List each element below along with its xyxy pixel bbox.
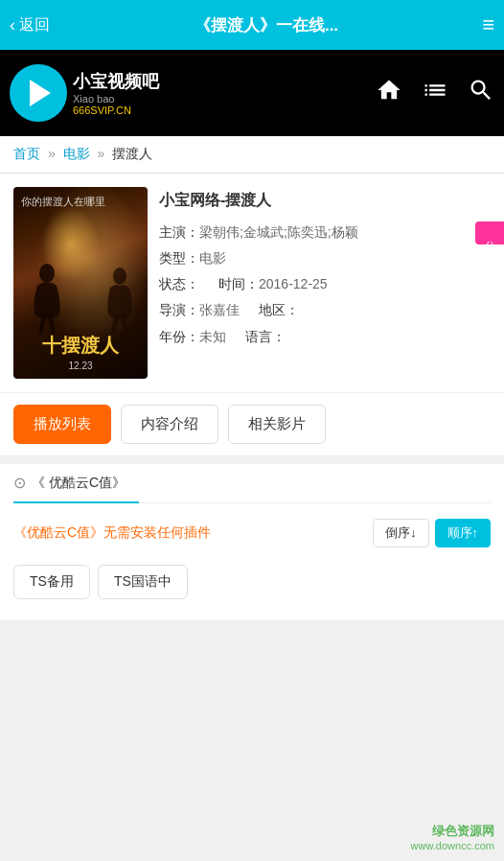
status-time-row: 状态： 时间： 2016-12-25 [159,272,491,296]
poster-figure-right [99,267,142,338]
logo-text: 小宝视频吧 Xiao bao 666SVIP.CN [73,70,159,116]
playlist-section: ⊙ 《 优酷云C值》 《优酷云C值》无需安装任何插件 倒序↓ 顺序↑ TS备用 … [0,464,504,620]
back-button[interactable]: ‹ 返回 [10,15,67,35]
cast-value: 梁朝伟;金城武;陈奕迅;杨颖 [199,221,358,244]
list-icon [422,77,448,104]
breadcrumb-category-link[interactable]: 电影 [63,146,90,161]
watermark-site: 绿色资源网 [411,823,494,840]
poster-figure-left [23,262,71,338]
footer-watermark: 绿色资源网 www.downcc.com [411,823,494,851]
home-nav-button[interactable] [376,77,402,110]
play-circle-icon: ⊙ [13,474,26,492]
logo-sub-text: Xiao bao [73,93,159,105]
time-label: 时间： [218,272,259,296]
year-language-row: 年份： 未知 语言： [159,325,491,349]
back-arrow-icon: ‹ [10,15,15,35]
year-value: 未知 [199,325,226,349]
share-button[interactable]: 分享 [475,221,504,244]
director-label: 导演： [159,298,199,322]
movie-info-section: 你的摆渡人在哪里 十摆渡人 12.23 小宝网络-摆渡人 主演： 梁朝伟;金城武… [0,174,504,393]
type-label: 类型： [159,246,199,270]
type-row: 类型： 电影 [159,246,491,270]
header-title: 《摆渡人》一在线... [67,14,466,36]
play-triangle-icon [30,80,51,106]
time-value: 2016-12-25 [259,272,328,296]
episode-grid: TS备用 TS国语中 [13,557,491,607]
playlist-tab-row: ⊙ 《 优酷云C值》 [13,464,491,503]
director-value: 张嘉佳 [199,298,240,322]
episode-button-0[interactable]: TS备用 [13,565,90,599]
poster-title-text: 十摆渡人 [13,333,148,359]
breadcrumb-sep1: » [48,146,56,161]
director-region-row: 导演： 张嘉佳 地区： [159,298,491,322]
svg-point-0 [39,264,55,283]
poster-bottom-area: 十摆渡人 12.23 [13,333,148,371]
source-row: 《优酷云C值》无需安装任何插件 倒序↓ 顺序↑ [13,513,491,557]
list-nav-button[interactable] [422,77,448,110]
sort-asc-button[interactable]: 顺序↑ [435,519,492,547]
tab-intro-button[interactable]: 内容介绍 [121,405,218,444]
poster-chinese-text: 你的摆渡人在哪里 [21,195,140,209]
tab-playlist-button[interactable]: 播放列表 [13,405,111,444]
movie-metadata: 小宝网络-摆渡人 主演： 梁朝伟;金城武;陈奕迅;杨颖 类型： 电影 状态： 时… [159,187,491,379]
breadcrumb-sep2: » [97,146,104,161]
playlist-tab-label: 《 优酷云C值》 [32,475,126,492]
poster-date-text: 12.23 [13,361,148,371]
banner-area: 小宝视频吧 Xiao bao 666SVIP.CN [0,50,504,136]
status-label: 状态： [159,272,199,296]
sort-desc-button[interactable]: 倒序↓ [373,519,429,547]
svg-point-1 [113,268,126,285]
banner-logo: 小宝视频吧 Xiao bao 666SVIP.CN [10,64,159,122]
region-label: 地区： [259,298,299,322]
search-icon [468,77,494,104]
logo-main-text: 小宝视频吧 [73,70,159,93]
playlist-tab-item[interactable]: ⊙ 《 优酷云C值》 [13,464,139,503]
back-label: 返回 [19,15,50,35]
sort-buttons: 倒序↓ 顺序↑ [373,519,491,547]
banner-nav [376,77,494,110]
language-label: 语言： [245,325,286,349]
menu-button[interactable]: ≡ [466,12,494,37]
movie-poster: 你的摆渡人在哪里 十摆渡人 12.23 [13,187,148,379]
logo-icon [10,64,67,122]
tab-buttons-row: 播放列表 内容介绍 相关影片 [0,393,504,456]
home-icon [376,77,402,104]
hamburger-icon: ≡ [482,12,494,36]
source-name-text: 《优酷云C值》无需安装任何插件 [13,524,211,542]
poster-top-text: 你的摆渡人在哪里 [21,196,105,207]
tab-related-button[interactable]: 相关影片 [228,405,326,444]
watermark-url: www.downcc.com [411,840,494,851]
header: ‹ 返回 《摆渡人》一在线... ≡ [0,0,504,50]
episode-button-1[interactable]: TS国语中 [98,565,188,599]
breadcrumb-current: 摆渡人 [112,146,152,161]
search-nav-button[interactable] [468,77,494,110]
logo-vip-text: 666SVIP.CN [73,105,159,116]
cast-row: 主演： 梁朝伟;金城武;陈奕迅;杨颖 [159,221,491,244]
breadcrumb-home-link[interactable]: 首页 [13,146,40,161]
breadcrumb: 首页 » 电影 » 摆渡人 [0,136,504,174]
type-value: 电影 [199,246,226,270]
year-label: 年份： [159,325,199,349]
cast-label: 主演： [159,221,199,244]
movie-title: 小宝网络-摆渡人 [159,187,491,215]
